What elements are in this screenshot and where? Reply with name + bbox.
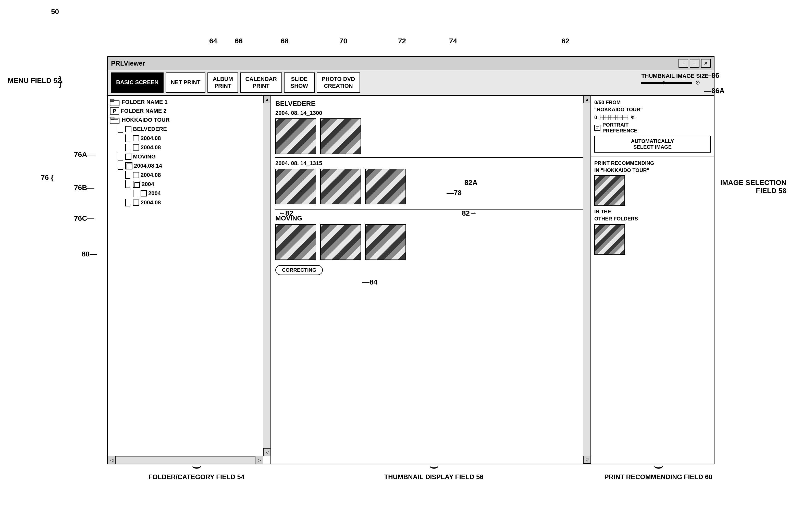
date-item-4[interactable]: 2004.08 bbox=[125, 171, 268, 179]
thumb-1300-2[interactable] bbox=[320, 118, 361, 154]
section-divider-1 bbox=[275, 157, 586, 158]
menu-bar: BASIC SCREEN NET PRINT ALBUMPRINT CALEND… bbox=[108, 70, 714, 96]
folder-content: FOLDER NAME 1 P FOLDER NAME 2 HOKKAIDO T… bbox=[108, 96, 270, 210]
folder-belvedere[interactable]: BELVEDERE bbox=[118, 125, 268, 133]
date-item-7[interactable]: 2004.08 bbox=[125, 199, 268, 206]
diagram-container: 50 64 66 68 70 72 74 62 PRLViewer □ □ ✕ … bbox=[0, 0, 789, 532]
recommend-thumbs bbox=[594, 175, 711, 206]
p-folder-icon: P bbox=[110, 108, 119, 115]
selection-from-text: 0/50 FROM"HOKKAIDO TOUR" bbox=[594, 99, 711, 113]
print-recommend-panel: PRINT RECOMMENDINGIN "HOKKAIDO TOUR" IN … bbox=[591, 156, 714, 463]
close-button[interactable]: ✕ bbox=[701, 59, 711, 68]
ref-72: 72 bbox=[398, 37, 406, 45]
net-print-button[interactable]: NET PRINT bbox=[166, 73, 206, 93]
other-folder-thumbs bbox=[594, 224, 711, 255]
ref-86: —86 bbox=[704, 72, 719, 80]
image-selection-panel: 0/50 FROM"HOKKAIDO TOUR" 0 ├ ┼┼┼┼┼┼┼┼┼┼ … bbox=[591, 96, 714, 156]
image-selection-label: IMAGE SELECTIONFIELD 58 bbox=[720, 178, 786, 195]
album-print-button[interactable]: ALBUMPRINT bbox=[208, 73, 238, 93]
print-brace: ⌣ bbox=[597, 461, 719, 471]
ref-68: 68 bbox=[281, 37, 289, 45]
slide-show-button[interactable]: SLIDESHOW bbox=[284, 73, 315, 93]
app-title: PRLViewer bbox=[111, 59, 145, 68]
thumb-size-slider[interactable]: ⊙ ⊙ bbox=[641, 79, 709, 86]
thumb-moving-3[interactable] bbox=[365, 224, 406, 260]
folder-moving[interactable]: MOVING bbox=[118, 153, 268, 160]
thumb-moving-2[interactable] bbox=[320, 224, 361, 260]
print-field-label: PRINT RECOMMENDING FIELD 60 bbox=[597, 473, 719, 481]
date-box-5 bbox=[133, 180, 140, 188]
moving-title: MOVING bbox=[275, 214, 586, 222]
folder-name-hokkaido: HOKKAIDO TOUR bbox=[122, 117, 170, 123]
date-label-7: 2004.08 bbox=[140, 199, 161, 206]
date-box-3 bbox=[125, 162, 132, 169]
portrait-checkbox[interactable]: ☑ bbox=[594, 125, 600, 131]
ref-50: 50 bbox=[51, 8, 59, 16]
belvedere-children: 2004.08 2004.08 bbox=[125, 134, 268, 151]
date-item-5[interactable]: 2004 bbox=[125, 180, 268, 188]
portrait-label: PORTRAITPREFERENCE bbox=[602, 122, 637, 134]
tree-children: BELVEDERE 2004.08 2004.08 bbox=[118, 125, 268, 206]
date-box-4 bbox=[133, 172, 139, 178]
date-box-1 bbox=[133, 135, 139, 141]
folder-vscroll[interactable]: ▲ ▽ bbox=[263, 96, 270, 456]
ref-64: 64 bbox=[209, 37, 217, 45]
date5-children: 2004 bbox=[133, 190, 268, 197]
folder-item-2[interactable]: P FOLDER NAME 2 bbox=[110, 108, 268, 115]
date-label-2: 2004.08 bbox=[140, 144, 161, 151]
app-window: PRLViewer □ □ ✕ BASIC SCREEN NET PRINT A… bbox=[107, 56, 714, 464]
ref-78: —78 bbox=[446, 189, 462, 197]
maximize-button[interactable]: □ bbox=[690, 59, 699, 68]
ref-70: 70 bbox=[340, 37, 347, 45]
progress-bar: 0 ├ ┼┼┼┼┼┼┼┼┼┼ ┤ % bbox=[594, 115, 711, 120]
folder-name-1: FOLDER NAME 1 bbox=[122, 99, 168, 106]
thumbs-row-1315 bbox=[275, 169, 586, 204]
ref-76: 76 { bbox=[41, 173, 54, 182]
progress-start: 0 bbox=[594, 115, 597, 120]
folder-moving-name: MOVING bbox=[133, 153, 156, 160]
thumbs-row-moving bbox=[275, 224, 586, 260]
folder-name-2: FOLDER NAME 2 bbox=[121, 108, 167, 114]
folder-item-hokkaido[interactable]: HOKKAIDO TOUR bbox=[110, 116, 268, 124]
thumbs-row-1300 bbox=[275, 118, 586, 154]
scroll-up-arrow[interactable]: ▲ bbox=[263, 96, 271, 103]
window-controls: □ □ ✕ bbox=[678, 59, 711, 68]
folder-icon-1 bbox=[110, 98, 120, 106]
date3-children: 2004.08 2004 bbox=[125, 171, 268, 206]
thumb-1300-1[interactable] bbox=[275, 118, 316, 154]
thumb-moving-1[interactable] bbox=[275, 224, 316, 260]
date-item-1[interactable]: 2004.08 bbox=[125, 134, 268, 142]
thumb-1315-1[interactable] bbox=[275, 169, 316, 204]
right-panel: 0/50 FROM"HOKKAIDO TOUR" 0 ├ ┼┼┼┼┼┼┼┼┼┼ … bbox=[591, 96, 714, 463]
auto-select-button[interactable]: AUTOMATICALLYSELECT IMAGE bbox=[594, 136, 711, 153]
thumb-scroll-up[interactable]: ▲ bbox=[583, 96, 591, 103]
correcting-button[interactable]: CORRECTING bbox=[275, 265, 323, 275]
thumbnail-display-field: BELVEDERE 2004. 08. 14_1300 2004. 08. 14… bbox=[271, 96, 591, 463]
date-item-3[interactable]: 2004.08.14 bbox=[118, 162, 268, 170]
recommend-thumb-1[interactable] bbox=[594, 175, 625, 206]
date-item-2[interactable]: 2004.08 bbox=[125, 144, 268, 151]
minimize-button[interactable]: □ bbox=[678, 59, 688, 68]
thumb-size-label: THUMBNAIL IMAGE SIZE bbox=[641, 73, 709, 79]
calendar-print-button[interactable]: CALENDARPRINT bbox=[240, 73, 282, 93]
date-item-6[interactable]: 2004 bbox=[133, 190, 268, 197]
photo-dvd-button[interactable]: PHOTO DVDCREATION bbox=[317, 73, 360, 93]
folder-item-1[interactable]: FOLDER NAME 1 bbox=[110, 98, 268, 106]
menu-field-label-area: MENU FIELD 52 } bbox=[8, 77, 61, 85]
thumb-vscroll[interactable]: ▲ ▽ bbox=[583, 96, 591, 463]
ref-84: —84 bbox=[362, 278, 378, 286]
thumb-field-label-area: ⌣ THUMBNAIL DISPLAY FIELD 56 bbox=[281, 461, 587, 481]
folder-moving-box bbox=[125, 154, 131, 160]
scroll-down-arrow[interactable]: ▽ bbox=[263, 448, 271, 456]
other-thumb-1[interactable] bbox=[594, 224, 625, 255]
basic-screen-button[interactable]: BASIC SCREEN bbox=[111, 73, 163, 93]
portrait-pref-row: ☑ PORTRAITPREFERENCE bbox=[594, 122, 711, 134]
thumb-1315-3[interactable] bbox=[365, 169, 406, 204]
thumb-1315-2[interactable] bbox=[320, 169, 361, 204]
content-area: FOLDER NAME 1 P FOLDER NAME 2 HOKKAIDO T… bbox=[108, 96, 714, 463]
progress-track: ├ ┼┼┼┼┼┼┼┼┼┼ ┤ bbox=[599, 115, 629, 120]
title-bar: PRLViewer □ □ ✕ bbox=[108, 57, 714, 70]
recommend-title: PRINT RECOMMENDINGIN "HOKKAIDO TOUR" bbox=[594, 159, 711, 174]
ref-76a: 76A— bbox=[74, 151, 94, 159]
folder-belvedere-name: BELVEDERE bbox=[133, 126, 167, 132]
